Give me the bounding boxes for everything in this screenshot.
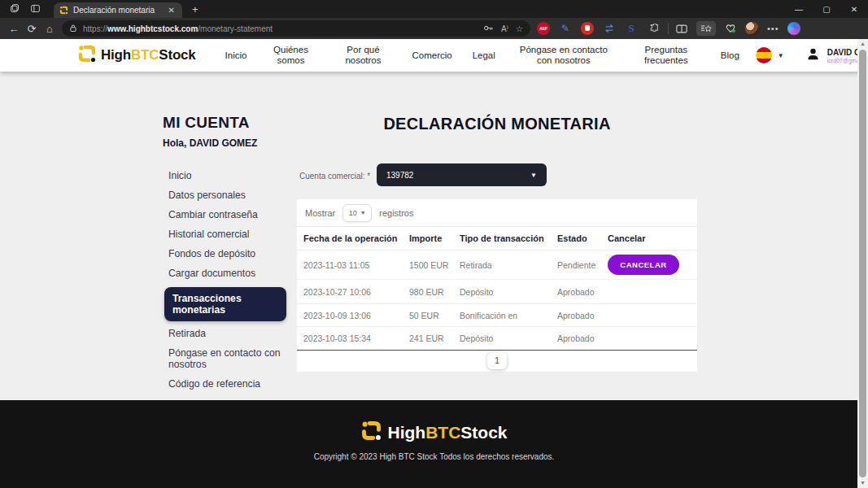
- cell-amount: 50 EUR: [409, 311, 460, 320]
- column-importe: Importe: [409, 233, 460, 243]
- site-logo[interactable]: HighBTCStock: [77, 44, 196, 67]
- table-row: 2023-10-09 13:06 50 EUR Bonificación en …: [297, 304, 697, 327]
- sidebar-item-transacciones-monetarias[interactable]: Transacciones monetarias: [164, 287, 286, 321]
- puzzle-extensions-icon[interactable]: [647, 22, 660, 35]
- user-icon: [805, 46, 821, 65]
- cell-amount: 980 EUR: [409, 287, 460, 297]
- account-label: Cuenta comercial: *: [299, 172, 370, 181]
- pen-extension-icon[interactable]: ✎: [559, 22, 572, 35]
- sidebar-title: MI CUENTA: [163, 114, 291, 132]
- nav-por-que-nosotros[interactable]: Por qué nosotros: [334, 45, 391, 66]
- table-header-row: Fecha de la operación Importe Tipo de tr…: [297, 227, 697, 251]
- records-per-page-value: 10: [349, 209, 357, 217]
- back-icon[interactable]: ←: [5, 23, 23, 35]
- account-select[interactable]: 139782 ▼: [377, 163, 547, 186]
- nav-legal[interactable]: Legal: [473, 50, 495, 61]
- nav-contacto[interactable]: Póngase en contacto con nosotros: [516, 45, 612, 66]
- tab-actions-icon[interactable]: [30, 3, 41, 15]
- recorder-extension-icon[interactable]: [581, 22, 594, 35]
- footer-logo[interactable]: HighBTCStock: [360, 420, 507, 445]
- cell-type: Bonificación en: [460, 311, 557, 320]
- page-body: MI CUENTA Hola, DAVID GOMEZ Inicio Datos…: [0, 72, 868, 400]
- copilot-icon[interactable]: [787, 22, 800, 35]
- cancel-transaction-button[interactable]: CANCELAR: [608, 255, 679, 275]
- table-row: 2023-11-03 11:05 1500 EUR Retirada Pendi…: [297, 251, 697, 280]
- password-key-icon[interactable]: [483, 24, 494, 34]
- scroll-down-icon[interactable]: ▼: [860, 478, 866, 488]
- records-per-page-row: Mostrar 10 ▼ registros: [297, 199, 697, 227]
- page-scrollbar[interactable]: ▲ ▼: [857, 39, 868, 488]
- chevron-down-icon: ▼: [530, 172, 537, 179]
- nav-blog[interactable]: Blog: [721, 50, 739, 61]
- sidebar-item-retirada[interactable]: Retirada: [168, 328, 291, 339]
- sidebar-item-historial-comercial[interactable]: Historial comercial: [168, 229, 291, 240]
- profile-avatar[interactable]: [745, 22, 759, 36]
- close-button[interactable]: ✕: [840, 0, 868, 18]
- table-row: 2023-10-03 15:34 241 EUR Depósito Aproba…: [297, 327, 697, 351]
- nav-quienes-somos[interactable]: Quiénes somos: [267, 45, 314, 66]
- site-logo-icon: [77, 44, 97, 67]
- column-fecha: Fecha de la operación: [303, 233, 409, 243]
- toolbar-divider: [668, 23, 669, 34]
- favorites-collections-icon[interactable]: [696, 21, 716, 36]
- transactions-card: Mostrar 10 ▼ registros Fecha de la opera…: [297, 199, 697, 372]
- refresh-icon[interactable]: ⟳: [23, 23, 41, 35]
- scroll-up-icon[interactable]: ▲: [860, 39, 866, 49]
- settings-more-icon[interactable]: •••: [767, 24, 779, 33]
- cell-type: Retirada: [460, 260, 557, 270]
- cell-status: Aprobado: [557, 311, 608, 320]
- tab-favicon-icon: [59, 3, 68, 18]
- workspaces-icon[interactable]: [10, 3, 20, 15]
- column-estado: Estado: [557, 233, 608, 243]
- cell-type: Depósito: [460, 333, 557, 343]
- sidebar-item-cargar-documentos[interactable]: Cargar documentos: [168, 268, 291, 279]
- sidebar-item-fondos-de-deposito[interactable]: Fondos de depósito: [168, 248, 291, 259]
- scrollbar-thumb[interactable]: [859, 50, 866, 477]
- column-tipo: Tipo de transacción: [460, 233, 557, 243]
- cell-date: 2023-10-27 10:06: [303, 287, 409, 297]
- new-tab-button[interactable]: +: [192, 3, 198, 15]
- browser-tab[interactable]: Declaración monetaria ✕: [54, 2, 182, 18]
- adblock-extension-icon[interactable]: ABP: [537, 22, 550, 35]
- page-viewport: HighBTCStock Inicio Quiénes somos Por qu…: [0, 39, 868, 488]
- language-selector[interactable]: ▼: [756, 47, 784, 63]
- records-per-page-select[interactable]: 10 ▼: [342, 204, 372, 222]
- sidebar-item-inicio[interactable]: Inicio: [168, 170, 291, 181]
- transfer-extension-icon[interactable]: [603, 22, 616, 35]
- pagination: 1: [297, 351, 697, 370]
- sidebar-item-contacto[interactable]: Póngase en contacto con nosotros: [168, 347, 291, 370]
- nav-comercio[interactable]: Comercio: [412, 50, 451, 61]
- browser-titlebar: Declaración monetaria ✕ + — ▢ ✕: [0, 0, 868, 18]
- sidebar-item-codigo-de-referencia[interactable]: Código de referencia: [168, 378, 291, 390]
- home-icon[interactable]: ⌂: [41, 23, 59, 35]
- nav-inicio[interactable]: Inicio: [225, 50, 247, 61]
- maximize-button[interactable]: ▢: [813, 0, 840, 18]
- cell-date: 2023-11-03 11:05: [303, 260, 409, 270]
- spain-flag-icon: [756, 47, 772, 63]
- cell-date: 2023-10-09 13:06: [303, 311, 409, 320]
- page-1-button[interactable]: 1: [487, 352, 507, 369]
- site-footer: HighBTCStock Copyright © 2023 High BTC S…: [0, 400, 868, 488]
- lock-icon: [69, 21, 77, 36]
- tab-title: Declaración monetaria: [73, 6, 167, 15]
- toolbar-right-group: •••: [675, 21, 800, 36]
- cell-date: 2023-10-03 15:34: [303, 333, 409, 343]
- s-extension-icon[interactable]: S: [625, 22, 638, 35]
- address-bar[interactable]: https://www.highbtcstock.com/monetary-st…: [62, 20, 530, 37]
- column-cancelar: Cancelar: [608, 233, 697, 243]
- records-label: registros: [379, 208, 413, 218]
- favorite-star-icon[interactable]: ☆: [516, 24, 523, 33]
- sidebar-item-datos-personales[interactable]: Datos personales: [168, 190, 291, 201]
- footer-logo-text: HighBTCStock: [387, 423, 507, 442]
- extensions-row: ABP ✎ S: [537, 22, 660, 35]
- read-aloud-icon[interactable]: A⁾: [501, 24, 508, 33]
- sidebar-greeting: Hola, DAVID GOMEZ: [163, 137, 291, 149]
- site-logo-text: HighBTCStock: [101, 47, 196, 63]
- page-title: DECLARACIÓN MONETARIA: [297, 115, 697, 133]
- split-screen-icon[interactable]: [675, 22, 688, 35]
- browser-essentials-icon[interactable]: [724, 22, 737, 35]
- tab-close-icon[interactable]: ✕: [167, 6, 177, 15]
- nav-preguntas-frecuentes[interactable]: Preguntas frecuentes: [632, 45, 700, 66]
- minimize-button[interactable]: —: [785, 0, 813, 18]
- sidebar-item-cambiar-contrasena[interactable]: Cambiar contraseña: [168, 209, 291, 220]
